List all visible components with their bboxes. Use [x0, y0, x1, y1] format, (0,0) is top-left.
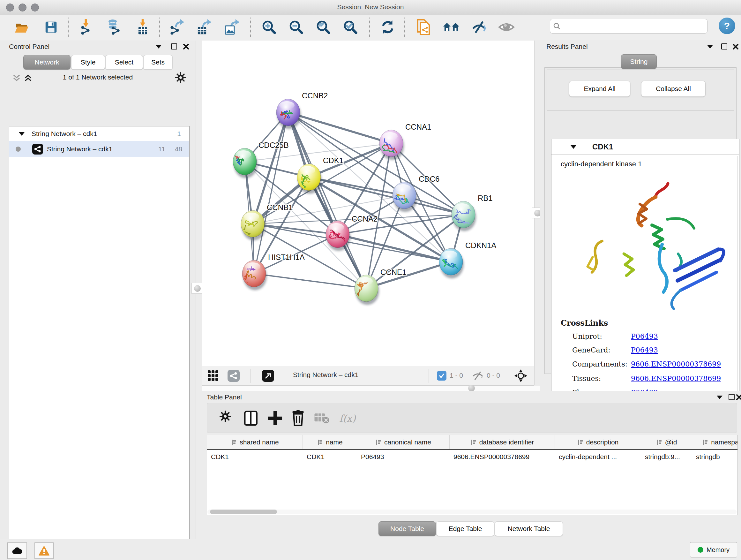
title-bar: Session: New Session — [0, 0, 741, 15]
show-columns-icon[interactable] — [243, 410, 259, 426]
tab-node-table[interactable]: Node Table — [379, 521, 436, 536]
table-horizontal-scrollbar[interactable] — [207, 509, 737, 514]
share-document-button[interactable] — [415, 16, 432, 39]
hidden-eye-icon[interactable] — [472, 371, 483, 381]
refresh-button[interactable] — [379, 16, 396, 39]
column-header[interactable]: canonical name — [357, 435, 450, 449]
panel-menu-icon[interactable] — [156, 45, 161, 49]
grid-view-icon[interactable] — [207, 370, 219, 383]
tab-network-table[interactable]: Network Table — [495, 521, 563, 536]
import-network-database-button[interactable] — [105, 16, 123, 39]
add-column-icon[interactable] — [267, 410, 283, 426]
close-icon[interactable] — [183, 43, 190, 50]
network-share-view-icon[interactable] — [227, 370, 240, 382]
eye-icon — [498, 21, 515, 34]
zoom-out-button[interactable] — [287, 16, 305, 39]
warning-icon — [39, 546, 50, 556]
panel-menu-icon[interactable] — [717, 395, 723, 399]
network-options-gear-icon[interactable] — [175, 72, 186, 83]
import-network-file-button[interactable] — [77, 16, 95, 39]
column-header[interactable]: @id — [641, 435, 692, 449]
tab-style[interactable]: Style — [71, 55, 105, 70]
tab-string[interactable]: String — [621, 54, 657, 69]
memory-button[interactable]: Memory — [690, 542, 737, 557]
close-icon[interactable] — [736, 394, 741, 401]
houses-icon — [443, 20, 460, 34]
panel-float-icon[interactable] — [729, 394, 735, 400]
panel-menu-icon[interactable] — [707, 45, 713, 49]
collapse-all-button[interactable]: Collapse All — [641, 81, 705, 97]
panel-float-icon[interactable] — [171, 44, 177, 50]
apply-function-button-disabled: f(x) — [335, 410, 360, 426]
warnings-button[interactable] — [35, 543, 54, 559]
network-canvas[interactable]: CCNB2CCNB2CCNA1CCNA1CDC25BCDC25BCDK1CDK1… — [202, 41, 534, 366]
node-section-header[interactable]: CDK1 — [551, 139, 739, 155]
export-image-icon — [224, 19, 241, 36]
hide-ui-button[interactable] — [470, 16, 488, 39]
export-table-button[interactable] — [196, 16, 213, 39]
network-list: String Network – cdk1 1 String Network –… — [9, 126, 190, 560]
tab-select[interactable]: Select — [105, 55, 143, 70]
crosslink-label: Uniprot: — [572, 332, 602, 340]
column-header[interactable]: database identifier — [450, 435, 555, 449]
tab-network[interactable]: Network — [23, 55, 71, 70]
open-session-button[interactable] — [13, 16, 30, 39]
column-type-icon — [317, 439, 323, 445]
tab-edge-table[interactable]: Edge Table — [436, 521, 494, 536]
search-input[interactable] — [563, 20, 707, 32]
export-image-button[interactable] — [224, 16, 241, 39]
show-graphics-button[interactable] — [498, 16, 515, 39]
save-floppy-icon — [44, 20, 58, 35]
selected-counts: 1 - 0 — [450, 372, 463, 379]
toolbar-search-field[interactable] — [550, 19, 708, 34]
zoom-fit-icon — [315, 19, 331, 35]
table-row[interactable]: CDK1 CDK1 P06493 9606.ENSP00000378699 cy… — [207, 450, 738, 463]
zoom-in-button[interactable] — [260, 16, 278, 39]
birds-eye-crosshair-icon[interactable] — [514, 369, 528, 382]
column-header[interactable]: shared name — [207, 435, 303, 449]
node-count: 11 — [158, 145, 165, 153]
column-header[interactable]: namespace — [692, 435, 738, 449]
delete-column-trash-icon[interactable] — [290, 410, 306, 426]
section-collapse-icon[interactable] — [570, 145, 576, 149]
save-session-button[interactable] — [43, 16, 60, 39]
column-header[interactable]: name — [303, 435, 357, 449]
open-in-new-window-icon[interactable] — [262, 370, 274, 382]
network-graph[interactable]: CCNB2CCNB2CCNA1CCNA1CDC25BCDC25BCDK1CDK1… — [202, 41, 534, 366]
current-network-dot-icon — [16, 146, 21, 152]
close-icon[interactable] — [732, 43, 739, 50]
memory-status-dot — [697, 547, 703, 553]
expand-all-button[interactable]: Expand All — [569, 81, 630, 97]
crosslink-label: Tissues: — [572, 374, 601, 382]
crosslink-uniprot-link[interactable]: P06493 — [631, 332, 658, 340]
column-header[interactable]: description — [555, 435, 641, 449]
zoom-in-icon — [261, 19, 277, 35]
import-table-button[interactable] — [134, 16, 151, 39]
crosslink-tissues-link[interactable]: 9606.ENSP00000378699 — [631, 374, 721, 382]
svg-text:CCNB2: CCNB2 — [302, 91, 328, 100]
refresh-icon — [380, 19, 396, 35]
crosslink-compartments-link[interactable]: 9606.ENSP00000378699 — [631, 360, 721, 368]
export-network-button[interactable] — [169, 16, 186, 39]
network-row-selected[interactable]: String Network – cdk1 11 48 — [9, 141, 189, 157]
node-details-section: CDK1 cyclin-dependent kinase 1 — [551, 139, 739, 398]
results-panel: Results Panel String Expand All Collapse… — [540, 41, 741, 391]
tree-expander-icon[interactable] — [19, 132, 24, 136]
home-pages-button[interactable] — [443, 16, 460, 39]
cloud-status-button[interactable] — [7, 543, 27, 559]
network-collection-row[interactable]: String Network – cdk1 1 — [9, 126, 189, 141]
zoom-selected-button[interactable] — [342, 16, 359, 39]
horizontal-divider-handle[interactable] — [468, 385, 475, 391]
tab-sets[interactable]: Sets — [143, 55, 173, 70]
zoom-fit-button[interactable] — [315, 16, 332, 39]
zoom-out-icon — [288, 19, 304, 35]
panel-float-icon[interactable] — [721, 44, 727, 50]
crosslink-genecard-link[interactable]: P06493 — [631, 346, 658, 354]
help-button[interactable]: ? — [719, 17, 735, 34]
table-settings-gear-icon[interactable] — [219, 410, 235, 426]
left-divider-handle[interactable] — [192, 283, 203, 294]
column-type-icon — [231, 439, 237, 445]
node-description: cyclin-dependent kinase 1 — [561, 160, 642, 168]
scrollbar-thumb[interactable] — [210, 509, 277, 514]
selected-checkbox-icon[interactable] — [437, 371, 447, 381]
